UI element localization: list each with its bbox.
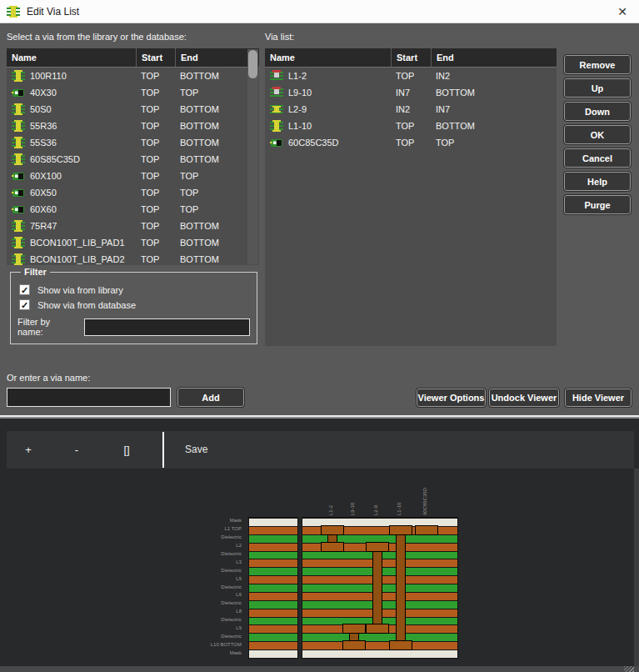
stackup-layer-mask (249, 649, 297, 658)
via-list-table: Name Start End L1-2TOPIN2L9-10IN7BOTTOML… (265, 48, 557, 346)
via-start-cell: TOP (136, 104, 175, 114)
stackup-layer-label: L5 (187, 576, 242, 581)
library-section-label: Select a via from the library or the dat… (7, 32, 187, 42)
via-start-cell: TOP (391, 138, 431, 148)
column-header-end[interactable]: End (431, 48, 557, 67)
stackup-layer-dielectric (249, 600, 297, 609)
stackup-layer-label: L2 (187, 543, 242, 548)
column-header-start[interactable]: Start (391, 48, 431, 67)
via-type-thru-icon (12, 153, 25, 165)
show-database-checkbox-row[interactable]: ✓ Show via from database (19, 299, 250, 310)
scrollbar-thumb[interactable] (248, 50, 257, 78)
help-button[interactable]: Help (564, 172, 631, 191)
stackup-layer-dielectric (302, 633, 457, 641)
via-end-cell: TOP (175, 188, 259, 198)
via-start-cell: TOP (136, 254, 175, 264)
via-start-cell: TOP (136, 171, 175, 181)
via-start-cell: TOP (136, 238, 175, 248)
via-row[interactable]: 55R36TOPBOTTOM (7, 118, 259, 134)
stackup-layer-label: Dielectric (187, 568, 242, 573)
via-name-cell: 55S36 (30, 138, 136, 148)
via-end-cell: BOTTOM (175, 254, 259, 264)
zoom-out-button[interactable]: - (60, 431, 93, 469)
via-row[interactable]: BCON100T_LIB_PAD1TOPBOTTOM (7, 234, 259, 251)
via-end-cell: BOTTOM (175, 121, 259, 131)
via-row[interactable]: L9-10IN7BOTTOM (265, 84, 557, 101)
checkbox-checked-icon[interactable]: ✓ (19, 284, 30, 295)
library-table-scrollbar[interactable] (247, 49, 258, 264)
via-name-input[interactable] (7, 388, 171, 407)
via-start-cell: TOP (136, 204, 175, 214)
via-row[interactable]: 75R47TOPBOTTOM (7, 218, 259, 234)
via-row[interactable]: L1-2TOPIN2 (265, 68, 557, 84)
via-pad (415, 525, 438, 535)
show-library-label: Show via from library (37, 285, 123, 295)
enter-via-name-label: Or enter a via name: (7, 373, 90, 383)
window-title: Edit Via List (27, 6, 79, 18)
filter-groupbox: Filter ✓ Show via from library ✓ Show vi… (10, 267, 257, 344)
add-button[interactable]: Add (177, 388, 244, 407)
save-button[interactable]: Save (185, 431, 207, 469)
via-name-cell: 60X60 (30, 204, 136, 214)
stackup-layer-label: L10 BOTTOM (187, 642, 242, 647)
column-header-name[interactable]: Name (7, 48, 136, 67)
via-row[interactable]: 60C85C35DTOPTOP (265, 134, 557, 151)
via-name-cell: L1-10 (288, 121, 391, 131)
via-row[interactable]: 60S85C35DTOPBOTTOM (7, 151, 259, 168)
via-name-cell: L1-2 (288, 71, 391, 81)
via-row[interactable]: 55S36TOPBOTTOM (7, 134, 259, 151)
column-header-name[interactable]: Name (265, 48, 391, 67)
via-type-smd-icon (12, 170, 25, 182)
via-type-smd-icon (12, 87, 25, 98)
via-end-cell: BOTTOM (175, 138, 259, 148)
via-row[interactable]: L2-9IN2IN7 (265, 101, 557, 118)
filter-by-name-input[interactable] (84, 318, 250, 336)
via-name-cell: 55R36 (30, 121, 136, 131)
stackup-layer-copper (249, 609, 297, 617)
via-name-cell: 60X50 (30, 188, 136, 198)
stackup-layer-dielectric (249, 567, 297, 575)
via-pad (342, 624, 366, 634)
purge-button[interactable]: Purge (564, 195, 631, 214)
via-row[interactable]: 100R110TOPBOTTOM (7, 68, 259, 84)
via-start-cell: TOP (136, 88, 175, 98)
via-start-cell: IN7 (391, 88, 431, 98)
resize-grip[interactable] (624, 666, 634, 672)
close-icon[interactable]: ✕ (612, 3, 632, 21)
undock-viewer-button[interactable]: Undock Viewer (489, 389, 559, 407)
column-header-end[interactable]: End (175, 48, 259, 67)
via-row[interactable]: 60X100TOPTOP (7, 168, 259, 184)
via-column-label: L9-10 (350, 487, 356, 515)
via-row[interactable]: 40X30TOPTOP (7, 84, 259, 101)
via-end-cell: BOTTOM (175, 238, 259, 248)
via-row[interactable]: 50S0TOPBOTTOM (7, 101, 259, 118)
via-row[interactable]: 60X50TOPTOP (7, 184, 259, 201)
via-type-blind-icon (270, 70, 283, 82)
hide-viewer-button[interactable]: Hide Viewer (565, 389, 632, 407)
zoom-in-button[interactable]: + (12, 431, 45, 469)
stackup-layer-mask (249, 518, 297, 526)
via-row[interactable]: L1-10TOPBOTTOM (265, 118, 557, 134)
ok-button[interactable]: OK (564, 125, 631, 144)
stackup-layer-mask (302, 649, 457, 658)
column-header-start[interactable]: Start (136, 48, 175, 67)
viewer-right-frame (634, 469, 639, 666)
remove-button[interactable]: Remove (564, 55, 631, 74)
toolbar-separator (162, 432, 164, 468)
via-row[interactable]: 60X60TOPTOP (7, 201, 259, 218)
via-end-cell: TOP (175, 204, 259, 214)
via-end-cell: IN2 (431, 71, 557, 81)
show-library-checkbox-row[interactable]: ✓ Show via from library (19, 284, 250, 295)
via-row[interactable]: BCON100T_LIB_PAD2TOPBOTTOM (7, 251, 259, 265)
up-button[interactable]: Up (564, 78, 631, 98)
zoom-fit-button[interactable]: [] (110, 431, 143, 469)
viewer-options-button[interactable]: Viewer Options (417, 389, 486, 407)
via-end-cell: BOTTOM (431, 88, 557, 98)
down-button[interactable]: Down (564, 102, 631, 121)
via-pad (389, 640, 412, 650)
via-start-cell: TOP (136, 221, 175, 231)
via-name-cell: 60C85C35D (288, 138, 391, 148)
stackup-layer-copper (249, 641, 297, 649)
cancel-button[interactable]: Cancel (564, 148, 631, 168)
checkbox-checked-icon[interactable]: ✓ (19, 299, 30, 310)
